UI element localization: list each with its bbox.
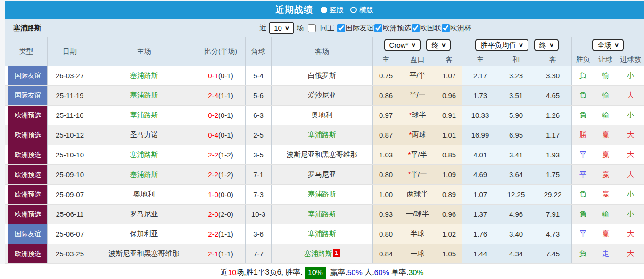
score-half: (1-2) [218,171,233,179]
away-team-name: 塞浦路斯 [308,131,336,139]
mean-away: 1.17 [534,125,572,145]
away-team-name: 罗马尼亚 [308,170,336,178]
score-main: 2-0 [208,210,218,218]
games-label: 场 [297,24,304,33]
score-half: (0-1) [218,72,233,80]
odds-type-select[interactable]: 胜平负均值 ∨ [475,39,528,51]
league-filters: 国际友谊欧洲预选欧国联欧洲杯 [337,24,471,33]
table-row: 国际友谊 26-03-27 塞浦路斯 0-1(0-1) 5-4 白俄罗斯 0.7… [5,66,644,86]
away-team-name: 塞浦路斯 [308,230,336,238]
mean-draw: 3.51 [498,86,534,106]
away-team-name: 波斯尼亚和黑塞哥维那 [287,150,357,158]
result-cell: 負 [572,86,594,106]
away-team-name: 塞浦路斯 [304,249,332,257]
bookmaker-time-select[interactable]: 终 ∨ [426,39,451,51]
odds-home: 0.93 [373,205,399,224]
odds-home: 1.00 [373,185,399,205]
score-main: 2-1 [208,250,218,258]
odds-time-select[interactable]: 终 ∨ [534,39,559,51]
handicap-text: 两球半 [407,190,428,198]
cell-corner: 3-6 [246,224,272,244]
cell-corner: 7-3 [246,185,272,205]
league-checkbox[interactable] [337,24,345,32]
handicap-result-cell: 赢 [594,145,617,165]
odds-away: 1.05 [436,244,462,264]
score-half: (0-0) [218,190,233,198]
goals-result-cell: 大 [617,165,644,185]
handicap-result-cell: 輸 [594,86,617,106]
cell-corner: 6-3 [246,106,272,125]
odds-away: 0.96 [436,86,462,106]
match-count-select[interactable]: 10 ∨ [269,22,294,34]
cell-date: 25-09-07 [48,185,92,205]
score-half: (0-1) [218,131,233,139]
mean-draw: 6.95 [498,125,534,145]
home-team-name: 罗马尼亚 [130,210,158,218]
mean-draw: 3.23 [498,66,534,86]
bookmaker-select[interactable]: Crow* ∨ [384,39,421,51]
header-corner: 角球 [246,37,272,66]
home-team-name: 塞浦路斯 [130,170,158,178]
handicap-result-cell: 走 [594,244,617,264]
handicap-result-cell: 輸 [594,205,617,224]
league-checkbox[interactable] [442,24,450,32]
odds-home: 0.87 [373,125,399,145]
europe-odds-group-header: 胜平负均值 ∨ 终 ∨ [462,37,572,53]
header-date: 日期 [48,37,92,66]
league-label: 欧国联 [420,24,441,33]
mean-home: 4.01 [462,145,498,165]
score-main: 0-2 [208,111,218,119]
mean-away: 29.22 [534,185,572,205]
odds-home: 0.84 [373,244,399,264]
mean-home: 10.33 [462,106,498,125]
cell-date: 25-10-12 [48,125,92,145]
cell-corner: 5-4 [246,66,272,86]
team-name: 塞浦路斯 [13,24,41,33]
subheader-mean-away: 客 [534,53,572,66]
mean-away: 1.75 [534,165,572,185]
handicap-text: 球半 [412,111,426,119]
chevron-down-icon: ∨ [285,24,289,33]
handicap-result-cell: 輸 [594,66,617,86]
match-type-badge: 欧洲预选 [8,244,47,263]
league-checkbox[interactable] [412,24,420,32]
summary-part: 近 [220,268,228,278]
goals-result-cell: 大 [617,86,644,106]
mean-draw: 4.34 [498,244,534,264]
cell-corner: 7-7 [246,244,272,264]
score-main: 0-1 [208,72,218,80]
goals-result-cell: 小 [617,205,644,224]
mean-home: 1.37 [462,205,498,224]
score-half: (1-1) [218,250,233,258]
mean-home: 1.07 [462,185,498,205]
result-cell: 平 [572,145,594,165]
league-checkbox[interactable] [374,24,382,32]
cell-corner: 2-5 [246,125,272,145]
mean-away: 7.45 [534,244,572,264]
cell-date: 25-11-19 [48,86,92,106]
subheader-handicap-result: 让球 [594,53,617,66]
subheader-goals: 进球数 [617,53,644,66]
table-row: 欧洲预选 25-09-07 奥地利 1-0(0-0) 7-3 塞浦路斯 1.00… [5,185,644,205]
radio-vertical-layout[interactable]: 竖版 [321,6,344,15]
same-home-checkbox-input[interactable] [308,24,316,32]
summary-part: 10 [228,269,236,277]
home-team-name: 塞浦路斯 [130,150,158,158]
chevron-down-icon: ∨ [411,41,416,49]
radio-horizontal-layout[interactable]: 横版 [350,6,373,15]
score-main: 2-2 [208,230,218,238]
result-cell: 負 [572,106,594,125]
mean-away: 4.65 [534,86,572,106]
subheader-mean-home: 主 [462,53,498,66]
odds-away: 0.89 [436,185,462,205]
odds-home: 0.80 [373,165,399,185]
scope-select[interactable]: 全场 ∨ [592,39,624,51]
radio-vertical-label: 竖版 [330,6,344,15]
same-home-checkbox[interactable] [307,24,316,32]
home-team-name: 波斯尼亚和黑塞哥维那 [109,249,180,257]
summary-part: 赢率: [328,268,347,278]
home-team-name: 塞浦路斯 [130,111,158,119]
mean-draw: 3.40 [498,224,534,244]
result-group-header: 全场 ∨ [572,37,644,53]
away-team-name: 爱沙尼亚 [308,91,336,99]
